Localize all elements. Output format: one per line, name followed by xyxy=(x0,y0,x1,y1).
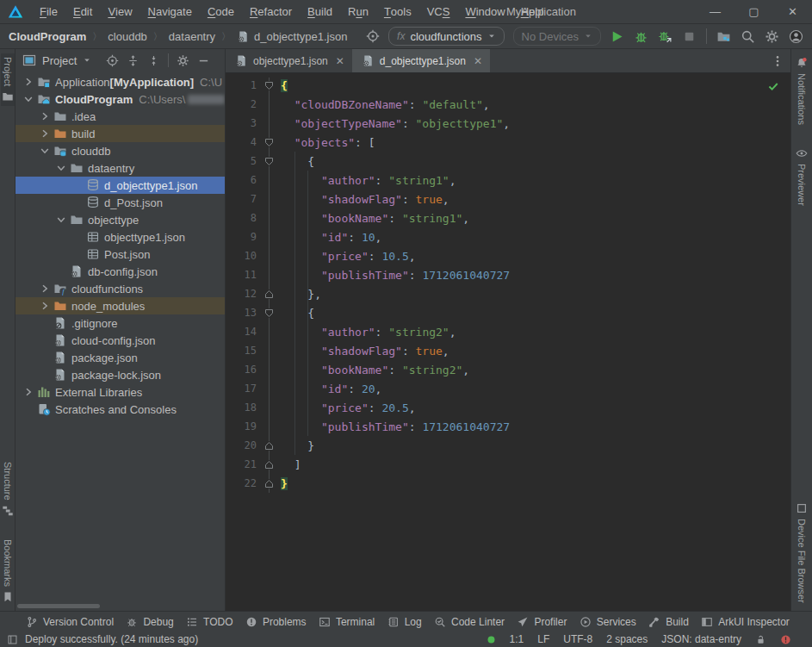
tree-row-.gitignore[interactable]: .gitignore xyxy=(15,314,225,332)
menu-view[interactable]: View xyxy=(100,0,139,23)
close-button[interactable]: ✕ xyxy=(773,0,812,23)
fold-marker-start-icon[interactable] xyxy=(257,138,281,147)
toolwindow-button-version-control[interactable]: Version Control xyxy=(26,616,114,628)
tree-row--myapplication-[interactable]: Application [MyApplication]C:\U xyxy=(15,73,225,90)
collapse-all-icon[interactable] xyxy=(147,54,160,67)
chevron-closed-icon[interactable] xyxy=(22,385,37,399)
device-select[interactable]: No Devices xyxy=(513,27,601,46)
menu-code[interactable]: Code xyxy=(200,0,242,23)
chevron-closed-icon[interactable] xyxy=(38,127,53,140)
tree-row-post.json[interactable]: Post.json xyxy=(15,246,225,263)
menu-window[interactable]: Window xyxy=(457,0,512,23)
project-panel-title[interactable]: Project xyxy=(42,54,77,67)
chevron-closed-icon[interactable] xyxy=(38,299,53,313)
tool-stripe-previewer[interactable]: Previewer xyxy=(795,144,809,209)
tree-row-package.json[interactable]: package.json xyxy=(15,349,225,366)
fold-marker-end-icon[interactable] xyxy=(257,460,281,470)
toolwindow-button-debug[interactable]: Debug xyxy=(126,616,173,628)
lock-icon[interactable] xyxy=(755,634,766,645)
tree-row-cloudfunctions[interactable]: fcloudfunctions xyxy=(15,280,225,297)
settings-icon[interactable] xyxy=(765,29,779,44)
fold-marker-start-icon[interactable] xyxy=(257,308,281,318)
tab-options-menu-icon[interactable] xyxy=(771,54,784,68)
attach-debugger-icon[interactable] xyxy=(658,29,673,44)
breadcrumb-item[interactable]: CloudProgram xyxy=(9,30,86,43)
menu-run[interactable]: Run xyxy=(340,0,376,23)
toolwindow-button-code-linter[interactable]: Code Linter xyxy=(434,616,505,628)
tool-stripe-structure[interactable]: Structure xyxy=(1,458,15,520)
toolwindow-button-arkui-inspector[interactable]: ArkUI Inspector xyxy=(701,616,790,628)
tab-close-icon[interactable]: ✕ xyxy=(474,55,482,67)
chevron-closed-icon[interactable] xyxy=(38,109,53,123)
minimize-button[interactable]: — xyxy=(696,0,735,23)
tree-row-build[interactable]: build xyxy=(15,125,225,142)
file-encoding[interactable]: UTF-8 xyxy=(563,633,592,645)
settings-icon[interactable] xyxy=(177,54,189,67)
tree-row-cloudprogram[interactable]: CloudProgramC:\Users\ xyxy=(15,90,225,108)
code-editor[interactable]: 1{2 "cloudDBZoneName": "default",3 "obje… xyxy=(226,73,790,611)
menu-refactor[interactable]: Refactor xyxy=(242,0,300,23)
toolwindow-button-services[interactable]: Services xyxy=(580,616,636,628)
menu-edit[interactable]: Edit xyxy=(65,0,100,23)
breadcrumb-item[interactable]: dataentry xyxy=(169,30,215,43)
toolwindow-button-profiler[interactable]: Profiler xyxy=(517,616,567,628)
chevron-closed-icon[interactable] xyxy=(22,75,37,89)
caret-position[interactable]: 1:1 xyxy=(510,633,524,645)
tree-row-d_objecttype1.json[interactable]: d_objecttype1.json xyxy=(15,177,225,194)
search-everywhere-icon[interactable] xyxy=(741,29,755,44)
fold-marker-start-icon[interactable] xyxy=(257,81,281,90)
error-badge-icon[interactable] xyxy=(780,634,791,645)
tree-row-d_post.json[interactable]: d_Post.json xyxy=(15,194,225,211)
run-configuration-select[interactable]: fx cloudfunctions xyxy=(388,27,504,46)
hide-icon[interactable] xyxy=(197,54,210,67)
menu-build[interactable]: Build xyxy=(300,0,340,23)
toolwindow-button-todo[interactable]: TODO xyxy=(186,616,232,628)
locate-target-icon[interactable] xyxy=(366,29,380,43)
toolwindow-button-build[interactable]: Build xyxy=(648,616,689,628)
tree-horizontal-scrollbar[interactable] xyxy=(17,604,100,608)
editor-tab-objecttype1.json[interactable]: objecttype1.json✕ xyxy=(226,49,352,72)
fold-marker-start-icon[interactable] xyxy=(257,157,281,166)
fold-marker-end-icon[interactable] xyxy=(257,479,281,488)
tree-row-objecttype1.json[interactable]: objecttype1.json xyxy=(15,228,225,246)
tree-row-node_modules[interactable]: node_modules xyxy=(15,297,225,314)
tree-row-db-config.json[interactable]: db-config.json xyxy=(15,263,225,280)
tool-stripe-project[interactable]: Project xyxy=(1,53,15,106)
menu-tools[interactable]: Tools xyxy=(376,0,419,23)
tree-row-.idea[interactable]: .idea xyxy=(15,108,225,125)
fold-marker-end-icon[interactable] xyxy=(257,289,281,299)
breadcrumb-file[interactable]: d_objecttype1.json xyxy=(237,30,347,43)
locate-icon[interactable] xyxy=(106,54,119,67)
tool-stripe-notifications[interactable]: Notifications xyxy=(795,53,809,128)
toolwindow-button-terminal[interactable]: Terminal xyxy=(319,616,375,628)
tree-row-dataentry[interactable]: dataentry xyxy=(15,159,225,177)
device-manager-icon[interactable] xyxy=(716,29,731,44)
tree-row-objecttype[interactable]: objecttype xyxy=(15,211,225,228)
tool-window-toggle-icon[interactable] xyxy=(7,634,18,645)
toolwindow-button-problems[interactable]: Problems xyxy=(245,616,307,628)
expand-all-icon[interactable] xyxy=(127,54,139,67)
status-message[interactable]: Deploy successfully. (24 minutes ago) xyxy=(25,633,198,645)
chevron-open-icon[interactable] xyxy=(54,161,70,175)
maximize-button[interactable]: ▢ xyxy=(735,0,773,23)
chevron-down-icon[interactable] xyxy=(83,56,91,65)
menu-vcs[interactable]: VCS xyxy=(419,0,458,23)
fold-marker-end-icon[interactable] xyxy=(257,441,281,451)
file-type[interactable]: JSON: data-entry xyxy=(661,633,741,645)
chevron-open-icon[interactable] xyxy=(38,144,53,158)
profile-icon[interactable] xyxy=(789,29,803,44)
run-icon[interactable] xyxy=(610,29,624,44)
editor-tab-d_objecttype1.json[interactable]: d_objecttype1.json✕ xyxy=(352,49,490,72)
chevron-open-icon[interactable] xyxy=(54,213,70,227)
tree-row-external-libraries[interactable]: External Libraries xyxy=(15,383,225,401)
line-separator[interactable]: LF xyxy=(537,633,549,645)
menu-navigate[interactable]: Navigate xyxy=(140,0,200,23)
menu-file[interactable]: File xyxy=(32,0,65,23)
tree-row-package-lock.json[interactable]: package-lock.json xyxy=(15,366,225,383)
tree-row-cloud-config.json[interactable]: cloud-config.json xyxy=(15,332,225,349)
tree-row-scratches-and-consoles[interactable]: Scratches and Consoles xyxy=(15,401,225,418)
indent-size[interactable]: 2 spaces xyxy=(606,633,648,645)
breadcrumb-item[interactable]: clouddb xyxy=(108,30,147,43)
tool-stripe-bookmarks[interactable]: Bookmarks xyxy=(1,536,15,607)
tree-row-clouddb[interactable]: clouddb xyxy=(15,142,225,159)
